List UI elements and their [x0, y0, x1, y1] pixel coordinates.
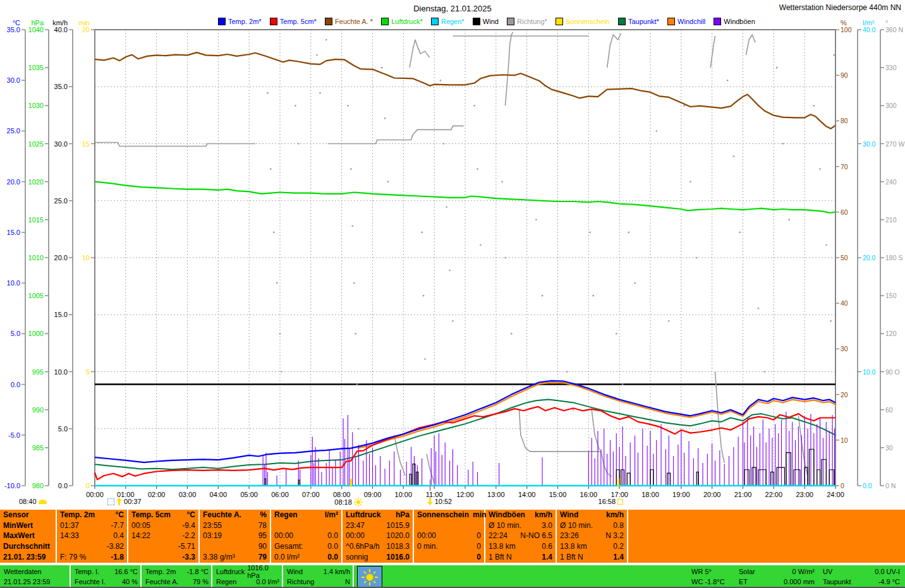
sunrise-marker: 08:18: [334, 498, 363, 507]
svg-text:min: min: [78, 19, 90, 27]
status-label: Feuchte A.: [145, 578, 179, 585]
cell-label: 13.8 km: [489, 542, 516, 551]
svg-text:23:00: 23:00: [796, 491, 813, 498]
status-label: Wind: [287, 568, 303, 575]
table-row: 23:471015.9: [346, 520, 410, 531]
column-title: Luftdruck: [346, 510, 380, 519]
table-row: 1 Bft N1.4: [560, 551, 624, 562]
cell-value: 78: [258, 521, 267, 530]
status-row: ET0.000 mm: [739, 577, 815, 587]
status-label: Richtung: [287, 578, 314, 585]
status-value: -1.8 °C: [187, 568, 209, 575]
column-title: Regen: [274, 510, 298, 519]
status-row: RichtungN: [287, 577, 350, 587]
column-unit: km/h: [535, 510, 552, 519]
svg-text:13:00: 13:00: [487, 491, 505, 498]
svg-text:30.0: 30.0: [863, 140, 876, 148]
row-label: MinWert: [3, 520, 52, 531]
table-row: 00:001020.0: [346, 531, 410, 541]
table-row: Gesamt:0.0: [274, 541, 338, 552]
status-cell: Temp. I.16.6 °CFeuchte I.40 %: [72, 565, 142, 588]
cell-value: 1.4: [542, 553, 552, 561]
svg-text:-5.0: -5.0: [8, 431, 20, 439]
column-unit: hPa: [396, 510, 410, 519]
status-cell: Luftdruck1016.0 hPaRegen0.0 l/m²: [214, 565, 283, 588]
cell-label: 23:55: [203, 521, 222, 530]
status-label: Wetterdaten: [4, 568, 42, 575]
table-row-labels: SensorMinWertMaxWertDurchschnitt21.01. 2…: [0, 510, 57, 563]
column-unit: min: [473, 510, 486, 519]
svg-text:20: 20: [82, 26, 90, 33]
column-title: Windböen: [489, 510, 525, 519]
svg-text:180 S: 180 S: [885, 254, 902, 261]
cell-value: -3.3: [182, 553, 195, 561]
svg-text:04:00: 04:00: [210, 491, 228, 498]
table-row: 00:000: [417, 531, 481, 541]
status-value: 0 W/m²: [793, 568, 815, 575]
cell-label: 1 Bft N: [560, 553, 583, 561]
status-row: WC -1.8°C: [691, 577, 732, 587]
status-label: WC -1.8°C: [691, 578, 725, 585]
svg-text:19:00: 19:00: [672, 491, 690, 498]
table-row: 00:000.0: [274, 531, 338, 541]
arrow-down-icon: [427, 498, 433, 505]
svg-text:°C: °C: [13, 19, 20, 27]
status-value: N: [345, 578, 350, 585]
cell-value: 0.4: [113, 531, 124, 540]
moonrise-marker: 00:37: [107, 498, 142, 505]
svg-text:°: °: [885, 19, 888, 27]
svg-text:1000: 1000: [28, 330, 44, 337]
cell-value: -9.4: [182, 521, 195, 530]
column-unit: °C: [187, 510, 195, 519]
svg-text:70: 70: [841, 163, 848, 171]
svg-text:km/h: km/h: [52, 19, 68, 27]
cell-label: F: 79 %: [60, 553, 86, 561]
status-value: -4.9 °C: [878, 578, 900, 585]
status-row: 21.01.25 23:59: [4, 577, 67, 587]
cell-value: -5.71: [178, 542, 195, 551]
cell-value: 79: [258, 553, 267, 561]
table-column: Temp. 5cm°C00:05-9.414:22-2.2-5.71-3.3: [128, 510, 200, 563]
cell-value: -7.7: [111, 521, 124, 530]
cell-value: 0: [477, 542, 481, 551]
svg-text:10: 10: [82, 254, 90, 261]
svg-text:22:00: 22:00: [765, 491, 783, 498]
table-column: Regenl/m²00:000.0Gesamt:0.00.0 l/m²0.0: [271, 510, 343, 563]
svg-text:00:00: 00:00: [86, 491, 104, 498]
svg-text:60: 60: [885, 406, 893, 414]
status-label: UV: [823, 568, 832, 575]
svg-text:1030: 1030: [28, 102, 44, 109]
svg-text:30: 30: [885, 444, 893, 452]
column-unit: km/h: [606, 510, 624, 519]
status-label: ET: [739, 578, 748, 585]
cell-value: 90: [258, 542, 267, 551]
table-row: 0.0 l/m²0.0: [274, 551, 338, 562]
column-title: Sonnenschein: [417, 510, 469, 519]
status-cell: Temp. 2m-1.8 °CFeuchte A.79 %: [143, 565, 212, 588]
svg-text:0: 0: [841, 482, 844, 489]
svg-text:30.0: 30.0: [54, 140, 68, 148]
cell-label: 0.0 l/m²: [274, 553, 300, 561]
svg-text:5.0: 5.0: [11, 330, 20, 337]
status-value: 16.6 °C: [114, 568, 138, 575]
status-value: 0.000 mm: [784, 578, 815, 585]
table-column: Feuchte A.%23:557803:1995903.38 g/m³79: [200, 510, 271, 563]
table-row: Ø 10 min.3.0: [489, 520, 552, 531]
svg-text:10: 10: [841, 436, 848, 444]
column-unit: l/m²: [325, 510, 338, 519]
svg-text:20.0: 20.0: [863, 254, 876, 261]
status-value: 1.4 km/h: [324, 568, 350, 575]
svg-text:02:00: 02:00: [148, 491, 166, 498]
table-column: Sonnenscheinmin00:0000 min.00: [414, 510, 485, 563]
svg-text:80: 80: [841, 117, 848, 124]
status-label: Luftdruck: [216, 568, 245, 575]
svg-text:270 W: 270 W: [885, 140, 904, 148]
svg-text:09:00: 09:00: [364, 491, 382, 498]
table-row: 3.38 g/m³79: [203, 551, 267, 562]
status-row: Taupunkt-4.9 °C: [823, 577, 900, 587]
table-row: 00:05-9.4: [131, 520, 195, 531]
svg-text:5.0: 5.0: [58, 425, 68, 433]
status-row: Luftdruck1016.0 hPa: [216, 567, 279, 577]
status-value: 0.0 UV-I: [875, 568, 900, 575]
svg-text:1035: 1035: [28, 64, 44, 71]
